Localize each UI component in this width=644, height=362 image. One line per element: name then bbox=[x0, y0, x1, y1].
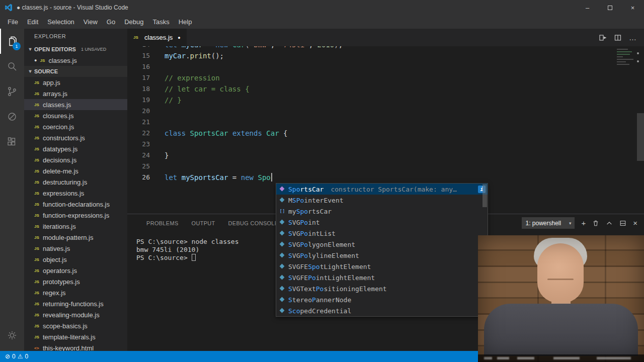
line-number: 20 bbox=[127, 106, 150, 117]
file-item-regex.js[interactable]: JSregex.js bbox=[24, 287, 127, 298]
file-name: iterations.js bbox=[43, 223, 76, 230]
suggestion-kind-class-icon bbox=[278, 251, 286, 259]
file-item-arrays.js[interactable]: JSarrays.js bbox=[24, 88, 127, 99]
file-item-constructors.js[interactable]: JSconstructors.js bbox=[24, 132, 127, 143]
panel-tab-output[interactable]: OUTPUT bbox=[192, 220, 215, 226]
debug-activity-button[interactable] bbox=[0, 104, 24, 129]
file-item-function-expressions.js[interactable]: JSfunction-expressions.js bbox=[24, 210, 127, 221]
file-item-natives.js[interactable]: JSnatives.js bbox=[24, 243, 127, 254]
open-changes-icon[interactable] bbox=[599, 34, 607, 42]
file-item-prototypes.js[interactable]: JSprototypes.js bbox=[24, 276, 127, 287]
gear-icon bbox=[6, 329, 18, 341]
js-file-icon: JS bbox=[34, 335, 43, 339]
file-item-returning-functions.js[interactable]: JSreturning-functions.js bbox=[24, 298, 127, 309]
suggestion-SVGFEPointLightElement[interactable]: SVGFEPointLightElement bbox=[276, 272, 488, 283]
minimap[interactable] bbox=[615, 47, 636, 79]
terminal-shell-select[interactable]: 1: powershell ▾ bbox=[522, 217, 575, 229]
file-item-object.js[interactable]: JSobject.js bbox=[24, 254, 127, 265]
title-bar: ● classes.js - source - Visual Studio Co… bbox=[0, 0, 644, 15]
menu-go[interactable]: Go bbox=[102, 18, 120, 26]
suggestion-SVGFESpotLightElement[interactable]: SVGFESpotLightElement bbox=[276, 261, 488, 272]
menu-edit[interactable]: Edit bbox=[23, 18, 43, 26]
file-item-iterations.js[interactable]: JSiterations.js bbox=[24, 221, 127, 232]
file-name: arrays.js bbox=[43, 90, 67, 98]
suggestion-MSPointerEvent[interactable]: MSPointerEvent bbox=[276, 195, 488, 206]
suggestion-SVGPointList[interactable]: SVGPointList bbox=[276, 228, 488, 239]
error-count: 0 bbox=[12, 353, 16, 360]
source-folder-header[interactable]: ▾ SOURCE bbox=[24, 66, 127, 77]
suggestion-label: SVGPolylineElement bbox=[288, 252, 359, 259]
file-item-closures.js[interactable]: JSclosures.js bbox=[24, 110, 127, 121]
file-item-expressions.js[interactable]: JSexpressions.js bbox=[24, 188, 127, 199]
panel-layout-icon[interactable] bbox=[619, 220, 626, 227]
suggestion-kind-class-icon bbox=[278, 229, 286, 237]
more-actions-icon[interactable]: … bbox=[629, 33, 637, 42]
suggestion-mySportsCar[interactable]: []mySportsCar bbox=[276, 206, 488, 217]
explorer-activity-button[interactable]: 1 bbox=[0, 29, 24, 54]
file-name: scope-basics.js bbox=[43, 322, 88, 330]
menu-selection[interactable]: Selection bbox=[43, 18, 78, 26]
file-item-coercion.js[interactable]: JScoercion.js bbox=[24, 121, 127, 132]
modified-dot-icon[interactable]: ● bbox=[178, 35, 180, 40]
explorer-sidebar: EXPLORER ▾ OPEN EDITORS 1 UNSAVED ● JS c… bbox=[24, 29, 127, 351]
js-file-icon: JS bbox=[34, 202, 43, 207]
suggestion-SVGPolylineElement[interactable]: SVGPolylineElement bbox=[276, 250, 488, 261]
js-file-icon: JS bbox=[34, 180, 43, 185]
line-number: 17 bbox=[127, 72, 150, 83]
code-line-16: 16 bbox=[127, 61, 644, 72]
file-item-decisions.js[interactable]: JSdecisions.js bbox=[24, 154, 127, 165]
suggestion-StereoPannerNode[interactable]: StereoPannerNode bbox=[276, 294, 488, 305]
open-editors-label: OPEN EDITORS bbox=[34, 44, 76, 55]
chevron-down-icon: ▾ bbox=[26, 44, 34, 55]
maximize-button[interactable] bbox=[599, 0, 621, 15]
minimize-button[interactable]: – bbox=[576, 0, 599, 15]
suggestion-label: SportsCar bbox=[288, 186, 324, 193]
menu-tasks[interactable]: Tasks bbox=[148, 18, 174, 26]
problems-status-item[interactable]: ⊘ 0 ⚠ 0 bbox=[5, 353, 28, 360]
suggestion-SVGPolygonElement[interactable]: SVGPolygonElement bbox=[276, 239, 488, 250]
file-item-module-pattern.js[interactable]: JSmodule-pattern.js bbox=[24, 232, 127, 243]
settings-button[interactable] bbox=[0, 323, 24, 348]
suggestion-SVGTextPositioningElement[interactable]: SVGTextPositioningElement bbox=[276, 283, 488, 294]
close-panel-button[interactable]: × bbox=[633, 219, 637, 227]
menu-file[interactable]: File bbox=[3, 18, 23, 26]
panel-tab-debug-console[interactable]: DEBUG CONSOLE bbox=[228, 220, 279, 226]
close-button[interactable]: × bbox=[621, 0, 644, 15]
suggestion-SVGPoint[interactable]: SVGPoint bbox=[276, 217, 488, 228]
suggestion-SportsCar[interactable]: SportsCarconstructor SportsCar(make: any… bbox=[276, 184, 488, 195]
file-item-destructuring.js[interactable]: JSdestructuring.js bbox=[24, 176, 127, 188]
menu-debug[interactable]: Debug bbox=[120, 18, 148, 26]
js-file-icon: JS bbox=[34, 224, 43, 229]
js-file-icon: JS bbox=[34, 235, 43, 240]
new-terminal-button[interactable]: + bbox=[581, 219, 586, 227]
editor-scrollbar[interactable] bbox=[637, 113, 644, 161]
suggestion-label: MSPointerEvent bbox=[288, 197, 344, 204]
menu-help[interactable]: Help bbox=[174, 18, 197, 26]
file-item-function-declarations.js[interactable]: JSfunction-declarations.js bbox=[24, 199, 127, 210]
file-item-classes.js[interactable]: JSclasses.js bbox=[24, 99, 127, 110]
menu-view[interactable]: View bbox=[79, 18, 102, 26]
file-item-operators.js[interactable]: JSoperators.js bbox=[24, 265, 127, 276]
suggestion-ScopedCredential[interactable]: ScopedCredential bbox=[276, 305, 488, 316]
suggest-scrollbar[interactable] bbox=[482, 184, 487, 207]
split-editor-icon[interactable] bbox=[614, 34, 622, 42]
file-name: classes.js bbox=[43, 101, 71, 109]
source-control-activity-button[interactable] bbox=[0, 79, 24, 104]
search-activity-button[interactable] bbox=[0, 54, 24, 79]
open-editor-item[interactable]: ● JS classes.js bbox=[24, 55, 127, 66]
file-item-this-keyword.html[interactable]: <>this-keyword.html bbox=[24, 342, 127, 351]
maximize-panel-icon[interactable] bbox=[606, 220, 613, 227]
file-item-revealing-module.js[interactable]: JSrevealing-module.js bbox=[24, 309, 127, 320]
kill-terminal-icon[interactable] bbox=[592, 220, 599, 227]
panel-tab-problems[interactable]: PROBLEMS bbox=[146, 220, 179, 226]
file-item-template-literals.js[interactable]: JStemplate-literals.js bbox=[24, 331, 127, 342]
extensions-activity-button[interactable] bbox=[0, 129, 24, 154]
file-item-delete-me.js[interactable]: JSdelete-me.js bbox=[24, 165, 127, 176]
file-item-app.js[interactable]: JSapp.js bbox=[24, 77, 127, 88]
file-item-datatypes.js[interactable]: JSdatatypes.js bbox=[24, 143, 127, 154]
open-editors-header[interactable]: ▾ OPEN EDITORS 1 UNSAVED bbox=[24, 44, 127, 55]
extensions-icon bbox=[6, 136, 18, 148]
tab-classes-js[interactable]: JS classes.js ● bbox=[127, 29, 187, 46]
file-name: prototypes.js bbox=[43, 278, 80, 286]
file-item-scope-basics.js[interactable]: JSscope-basics.js bbox=[24, 320, 127, 331]
